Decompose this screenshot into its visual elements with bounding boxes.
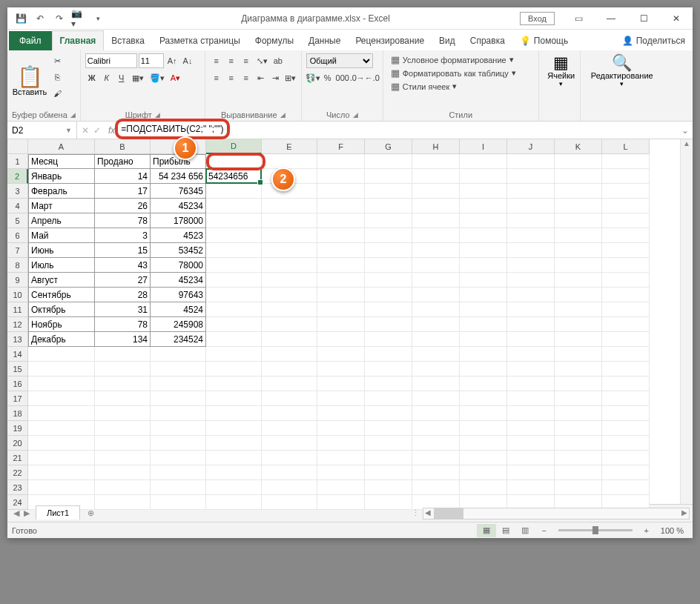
cell-I19[interactable]: [460, 421, 507, 436]
cell-L5[interactable]: [602, 213, 650, 228]
cell-F12[interactable]: [317, 317, 365, 332]
cell-I2[interactable]: [460, 169, 507, 184]
cell-L9[interactable]: [602, 273, 650, 288]
cell-C2[interactable]: 54 234 656: [151, 169, 206, 184]
cell-C17[interactable]: [151, 391, 206, 406]
orientation-icon[interactable]: ⤡▾: [254, 53, 270, 68]
cell-K9[interactable]: [555, 273, 602, 288]
cell-L20[interactable]: [602, 436, 650, 451]
accounting-icon[interactable]: 💱▾: [306, 70, 320, 85]
cell-I9[interactable]: [460, 273, 507, 288]
cell-G20[interactable]: [365, 436, 412, 451]
cancel-formula-icon[interactable]: ✕: [82, 125, 89, 136]
cell-A3[interactable]: Февраль: [28, 184, 95, 199]
cell-I5[interactable]: [460, 213, 507, 228]
editing-button[interactable]: 🔍 Редактирование ▾: [585, 53, 659, 89]
fill-color-button[interactable]: 🪣▾: [148, 70, 167, 85]
cell-K3[interactable]: [555, 184, 602, 199]
cell-E8[interactable]: [262, 258, 317, 273]
cell-H12[interactable]: [412, 317, 460, 332]
cell-L15[interactable]: [602, 362, 650, 376]
cell-K18[interactable]: [555, 406, 602, 421]
cell-C12[interactable]: 245908: [151, 317, 206, 332]
cell-F8[interactable]: [317, 258, 365, 273]
cell-F7[interactable]: [317, 243, 365, 258]
cell-B1[interactable]: Продано: [95, 154, 151, 169]
ribbon-options-icon[interactable]: ▭: [562, 7, 595, 30]
column-header-E[interactable]: E: [262, 139, 317, 154]
cell-D19[interactable]: [206, 421, 262, 436]
tab-formulas[interactable]: Формулы: [248, 31, 301, 50]
cell-D2[interactable]: 54234656: [206, 169, 262, 184]
cell-L12[interactable]: [602, 317, 650, 332]
cell-C3[interactable]: 76345: [151, 184, 206, 199]
cell-D22[interactable]: [206, 465, 262, 480]
italic-button[interactable]: К: [100, 70, 113, 85]
cell-J15[interactable]: [507, 362, 555, 376]
cell-B23[interactable]: [95, 480, 151, 495]
column-header-D[interactable]: D: [206, 139, 262, 154]
cell-E11[interactable]: [262, 302, 317, 317]
cell-J1[interactable]: [507, 154, 555, 169]
cell-F24[interactable]: [317, 495, 365, 510]
row-header-4[interactable]: 4: [7, 199, 28, 213]
cell-K11[interactable]: [555, 302, 602, 317]
cell-F23[interactable]: [317, 480, 365, 495]
sheet-tab[interactable]: Лист1: [36, 505, 80, 520]
row-header-8[interactable]: 8: [7, 258, 28, 273]
row-header-2[interactable]: 2: [7, 169, 28, 184]
cells-area[interactable]: МесяцПроданоПрибыльЯнварь1454 234 656542…: [28, 154, 693, 504]
cell-K20[interactable]: [555, 436, 602, 451]
cell-C7[interactable]: 53452: [151, 243, 206, 258]
row-header-23[interactable]: 23: [7, 480, 28, 495]
cell-G18[interactable]: [365, 406, 412, 421]
cell-K7[interactable]: [555, 243, 602, 258]
cell-I8[interactable]: [460, 258, 507, 273]
cell-H2[interactable]: [412, 169, 460, 184]
cell-B2[interactable]: 14: [95, 169, 151, 184]
cell-C6[interactable]: 4523: [151, 228, 206, 243]
cell-A6[interactable]: Май: [28, 228, 95, 243]
cell-I3[interactable]: [460, 184, 507, 199]
cell-G17[interactable]: [365, 391, 412, 406]
expand-formula-bar-icon[interactable]: ⌄: [678, 122, 693, 139]
cell-J7[interactable]: [507, 243, 555, 258]
cell-J21[interactable]: [507, 451, 555, 465]
border-button[interactable]: ▦▾: [130, 70, 146, 85]
cell-B8[interactable]: 43: [95, 258, 151, 273]
increase-font-icon[interactable]: A↑: [165, 53, 179, 68]
cell-F5[interactable]: [317, 213, 365, 228]
conditional-formatting-button[interactable]: ▦Условное форматирование▾: [388, 53, 534, 66]
cell-K15[interactable]: [555, 362, 602, 376]
percent-icon[interactable]: %: [321, 70, 334, 85]
cell-H21[interactable]: [412, 451, 460, 465]
cell-E10[interactable]: [262, 288, 317, 302]
row-header-9[interactable]: 9: [7, 273, 28, 288]
cell-I4[interactable]: [460, 199, 507, 213]
cell-L10[interactable]: [602, 288, 650, 302]
cell-D13[interactable]: [206, 332, 262, 347]
row-header-19[interactable]: 19: [7, 421, 28, 436]
spreadsheet-grid[interactable]: ABCDEFGHIJKL 123456789101112131415161718…: [7, 139, 693, 504]
align-right-icon[interactable]: ≡: [240, 70, 253, 85]
cell-C16[interactable]: [151, 376, 206, 391]
cell-F17[interactable]: [317, 391, 365, 406]
font-launcher[interactable]: ◢: [155, 111, 160, 119]
tab-page-layout[interactable]: Разметка страницы: [152, 31, 248, 50]
cell-I20[interactable]: [460, 436, 507, 451]
cell-A4[interactable]: Март: [28, 199, 95, 213]
zoom-slider[interactable]: [558, 529, 633, 531]
cell-H8[interactable]: [412, 258, 460, 273]
cell-B16[interactable]: [95, 376, 151, 391]
cell-A19[interactable]: [28, 421, 95, 436]
row-header-1[interactable]: 1: [7, 154, 28, 169]
row-header-6[interactable]: 6: [7, 228, 28, 243]
cell-I17[interactable]: [460, 391, 507, 406]
row-header-11[interactable]: 11: [7, 302, 28, 317]
cell-B4[interactable]: 26: [95, 199, 151, 213]
cell-E7[interactable]: [262, 243, 317, 258]
cell-B6[interactable]: 3: [95, 228, 151, 243]
cell-C19[interactable]: [151, 421, 206, 436]
cell-E6[interactable]: [262, 228, 317, 243]
row-header-22[interactable]: 22: [7, 465, 28, 480]
